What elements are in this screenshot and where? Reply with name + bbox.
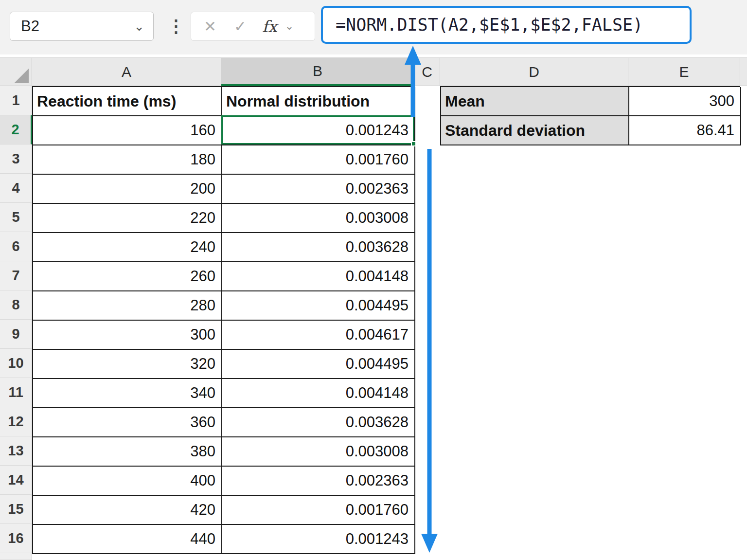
cell-B16[interactable]: 0.001243 bbox=[222, 525, 415, 554]
cell-B11[interactable]: 0.004148 bbox=[222, 379, 415, 408]
cell-A5[interactable]: 220 bbox=[33, 204, 222, 233]
row-header-4[interactable]: 4 bbox=[0, 174, 32, 203]
cell-A11[interactable]: 340 bbox=[33, 379, 222, 408]
cell-A7[interactable]: 260 bbox=[33, 262, 222, 291]
data-table: Reaction time (ms) Normal distribution 1… bbox=[32, 86, 414, 554]
row-header-16[interactable]: 16 bbox=[0, 524, 32, 553]
row-header-8[interactable]: 8 bbox=[0, 290, 32, 320]
cell-B14[interactable]: 0.002363 bbox=[222, 467, 415, 496]
cell-A14[interactable]: 400 bbox=[33, 467, 222, 496]
cell-B10[interactable]: 0.004495 bbox=[222, 350, 415, 379]
col-header-E[interactable]: E bbox=[628, 58, 740, 86]
select-all-triangle-icon bbox=[14, 69, 29, 83]
cell-B1[interactable]: Normal distribution bbox=[222, 87, 415, 116]
cell-A6[interactable]: 240 bbox=[33, 233, 222, 262]
cell-A16[interactable]: 440 bbox=[33, 525, 222, 554]
select-all-corner[interactable] bbox=[0, 58, 32, 86]
cancel-icon[interactable]: ✕ bbox=[204, 18, 216, 36]
cell-A4[interactable]: 200 bbox=[33, 175, 222, 204]
cell-A10[interactable]: 320 bbox=[33, 350, 222, 379]
row-header-11[interactable]: 11 bbox=[0, 378, 32, 407]
row-header-7[interactable]: 7 bbox=[0, 261, 32, 290]
row-header-3[interactable]: 3 bbox=[0, 145, 32, 174]
cell-A1[interactable]: Reaction time (ms) bbox=[33, 87, 222, 116]
name-box-chevron-down-icon[interactable]: ⌄ bbox=[134, 20, 144, 33]
cell-A9[interactable]: 300 bbox=[33, 321, 222, 350]
col-header-C[interactable]: C bbox=[414, 58, 440, 86]
cell-B12[interactable]: 0.003628 bbox=[222, 408, 415, 437]
cell-E2[interactable]: 86.41 bbox=[629, 116, 741, 145]
row-header-5[interactable]: 5 bbox=[0, 203, 32, 232]
cell-B4[interactable]: 0.002363 bbox=[222, 175, 415, 204]
formula-input[interactable]: =NORM.DIST(A2,$E$1,$E$2,FALSE) bbox=[321, 6, 692, 44]
formula-buttons-group: ✕ ✓ fx ⌄ bbox=[191, 12, 315, 41]
cell-B2[interactable]: 0.001243 bbox=[222, 116, 415, 145]
row-header-15[interactable]: 15 bbox=[0, 495, 32, 524]
row-header-column: 1 2 3 4 5 6 7 8 9 10 11 12 13 14 15 16 1… bbox=[0, 86, 32, 560]
cell-B8[interactable]: 0.004495 bbox=[222, 291, 415, 321]
stats-table: Mean 300 Standard deviation 86.41 bbox=[440, 86, 740, 145]
cell-A2[interactable]: 160 bbox=[33, 116, 222, 145]
cell-B13[interactable]: 0.003008 bbox=[222, 437, 415, 467]
excel-screenshot: B2 ⌄ ⋮ ✕ ✓ fx ⌄ =NORM.DIST(A2,$E$1,$E$2,… bbox=[0, 0, 747, 560]
row-header-2[interactable]: 2 bbox=[0, 115, 32, 145]
col-header-A[interactable]: A bbox=[32, 58, 221, 86]
arrow-down-fill-range-icon bbox=[421, 149, 438, 553]
row-header-10[interactable]: 10 bbox=[0, 349, 32, 378]
row-header-13[interactable]: 13 bbox=[0, 436, 32, 466]
cell-A13[interactable]: 380 bbox=[33, 437, 222, 467]
cell-B15[interactable]: 0.001760 bbox=[222, 496, 415, 525]
row-header-17-label: 17 bbox=[8, 553, 23, 560]
column-header-band: A B C D E bbox=[0, 57, 747, 86]
name-box[interactable]: B2 ⌄ bbox=[10, 12, 154, 41]
fill-handle[interactable] bbox=[411, 141, 416, 146]
row-header-14[interactable]: 14 bbox=[0, 466, 32, 495]
fx-chevron-down-icon[interactable]: ⌄ bbox=[285, 21, 294, 32]
row-header-17[interactable]: 17 bbox=[0, 553, 32, 560]
cell-D1[interactable]: Mean bbox=[441, 87, 629, 116]
cell-A15[interactable]: 420 bbox=[33, 496, 222, 525]
cell-B7[interactable]: 0.004148 bbox=[222, 262, 415, 291]
insert-function-icon[interactable]: fx bbox=[262, 17, 277, 36]
cell-B6[interactable]: 0.003628 bbox=[222, 233, 415, 262]
separator-dots-icon: ⋮ bbox=[167, 12, 185, 41]
formula-bar-area: B2 ⌄ ⋮ ✕ ✓ fx ⌄ =NORM.DIST(A2,$E$1,$E$2,… bbox=[0, 0, 747, 54]
row-header-9[interactable]: 9 bbox=[0, 320, 32, 349]
cell-D2[interactable]: Standard deviation bbox=[441, 116, 629, 145]
cell-A3[interactable]: 180 bbox=[33, 145, 222, 175]
enter-icon[interactable]: ✓ bbox=[234, 18, 247, 36]
cell-E1[interactable]: 300 bbox=[629, 87, 741, 116]
row-header-1[interactable]: 1 bbox=[0, 86, 32, 115]
col-header-D[interactable]: D bbox=[440, 58, 628, 86]
row-header-6[interactable]: 6 bbox=[0, 232, 32, 261]
formula-text: =NORM.DIST(A2,$E$1,$E$2,FALSE) bbox=[336, 15, 643, 35]
name-box-value: B2 bbox=[21, 18, 39, 35]
cell-A12[interactable]: 360 bbox=[33, 408, 222, 437]
row-header-12[interactable]: 12 bbox=[0, 407, 32, 436]
col-header-B[interactable]: B bbox=[221, 58, 414, 86]
cell-B3[interactable]: 0.001760 bbox=[222, 145, 415, 175]
cell-A8[interactable]: 280 bbox=[33, 291, 222, 321]
cell-B5[interactable]: 0.003008 bbox=[222, 204, 415, 233]
cell-B9[interactable]: 0.004617 bbox=[222, 321, 415, 350]
